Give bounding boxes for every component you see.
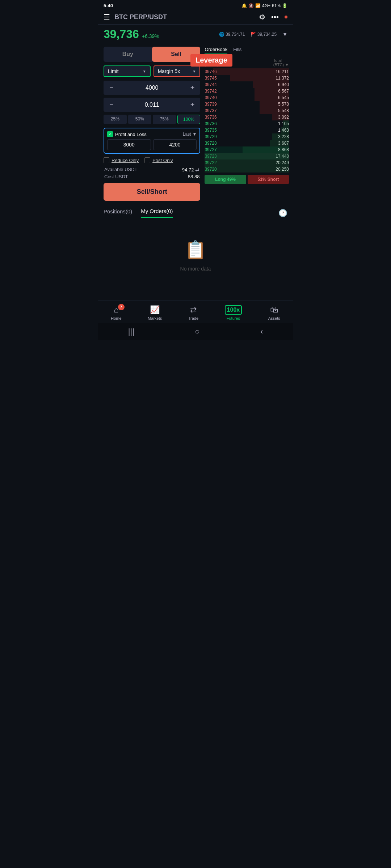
back-button[interactable]: |||: [128, 327, 134, 336]
quantity-minus-button[interactable]: −: [107, 101, 116, 109]
current-price: 39,736: [104, 27, 139, 41]
order-type-select[interactable]: Limit ▼: [104, 65, 151, 77]
sell-short-button[interactable]: Sell/Short: [104, 183, 200, 201]
bids-list: 397361.105 397351.463 397293.228 397283.…: [205, 120, 289, 173]
pnl-inputs: [107, 139, 197, 150]
long-short-bar: Long 49% 51% Short: [205, 175, 289, 184]
chart-settings-icon[interactable]: ⚙: [259, 13, 265, 21]
margin-dropdown-arrow: ▼: [192, 69, 196, 73]
nav-markets[interactable]: 📈 Markets: [148, 305, 162, 320]
tab-buy[interactable]: Buy: [104, 47, 152, 62]
available-label: Available USDT: [104, 167, 138, 173]
reduce-only-checkbox[interactable]: Reduce Only: [104, 157, 139, 163]
long-percentage[interactable]: Long 49%: [205, 175, 246, 184]
asks-list: 3974616.211 3974511.372 397446.940 39742…: [205, 68, 289, 120]
clock-icon: 🕐: [278, 209, 287, 217]
available-value: 94.72 ⇄: [182, 167, 200, 173]
empty-state-icon: 📋: [185, 240, 206, 260]
bottom-nav: ⌂ 7 Home 📈 Markets ⇄ Trade 100x Futures …: [98, 301, 293, 323]
quantity-input[interactable]: [116, 102, 188, 108]
pnl-mode[interactable]: Last ▼: [183, 132, 197, 137]
swap-icon[interactable]: ⇄: [195, 167, 199, 173]
price-input[interactable]: [116, 85, 188, 91]
tab-positions[interactable]: Positions(0): [104, 208, 132, 217]
ask-row: 3974616.211: [205, 68, 289, 75]
nav-trade[interactable]: ⇄ Trade: [188, 305, 198, 320]
trading-pair-quote: /USDT: [147, 13, 167, 21]
nav-assets-label: Assets: [268, 316, 280, 320]
take-profit-input[interactable]: [107, 139, 151, 150]
flag-price: 🚩 39,734.25: [251, 32, 277, 37]
pnl-mode-arrow: ▼: [192, 132, 197, 137]
bid-row: 397293.228: [205, 133, 289, 140]
header-icons: ⚙ •••: [259, 13, 287, 21]
price-plus-button[interactable]: +: [188, 84, 197, 92]
tab-my-orders[interactable]: My Orders(0): [141, 208, 173, 218]
price-right: 🌐 39,734.71 🚩 39,734.25 ▼: [219, 31, 287, 37]
tab-orderbook[interactable]: OrderBook: [205, 47, 227, 54]
ask-row: 397426.567: [205, 88, 289, 94]
nav-trade-label: Trade: [188, 316, 198, 320]
price-minus-button[interactable]: −: [107, 84, 116, 92]
trade-icon: ⇄: [190, 305, 197, 315]
reduce-only-label: Reduce Only: [112, 158, 139, 163]
bid-row: 397351.463: [205, 127, 289, 133]
pct-25[interactable]: 25%: [104, 115, 127, 124]
header-title: BTC PERP/USDT: [114, 13, 167, 21]
leverage-badge[interactable]: Leverage: [190, 54, 232, 67]
header: ☰ BTC PERP/USDT ⚙ •••: [98, 10, 293, 25]
price-row: 39,736 +6.39% 🌐 39,734.71 🚩 39,734.25 ▼: [98, 25, 293, 44]
tab-fills[interactable]: Fills: [233, 47, 241, 54]
pnl-box: ✓ Profit and Loss Last ▼: [104, 128, 200, 154]
battery-icon: 🔋: [282, 3, 287, 8]
ask-row: 397375.548: [205, 107, 289, 114]
short-percentage[interactable]: 51% Short: [248, 175, 289, 184]
history-clock-button[interactable]: 🕐: [278, 209, 287, 217]
battery-text: 61%: [272, 3, 281, 8]
more-options-icon[interactable]: •••: [271, 13, 279, 21]
nav-home[interactable]: ⌂ 7 Home: [111, 305, 121, 320]
pnl-label: Profit and Loss: [115, 132, 147, 137]
nav-assets[interactable]: 🛍 Assets: [268, 305, 280, 320]
empty-state-text: No more data: [180, 266, 211, 272]
nav-markets-label: Markets: [148, 316, 162, 320]
ob-total-header: Total(BTC) ▼: [273, 58, 289, 67]
header-left: ☰ BTC PERP/USDT: [104, 13, 167, 21]
alarm-icon: 🔔: [241, 3, 247, 8]
stop-loss-input[interactable]: [153, 139, 197, 150]
pnl-mode-label: Last: [183, 132, 191, 137]
home-badge: 7: [118, 304, 125, 310]
markets-icon: 📈: [150, 305, 160, 315]
percentage-row: 25% 50% 75% 100%: [104, 115, 200, 124]
menu-icon[interactable]: ☰: [104, 13, 110, 21]
recents-button[interactable]: ‹: [260, 327, 263, 336]
pct-75[interactable]: 75%: [153, 115, 176, 124]
price-input-row: − +: [104, 81, 200, 95]
bid-row: 397361.105: [205, 120, 289, 127]
empty-state: 📋 No more data: [98, 218, 293, 293]
price-dropdown-icon[interactable]: ▼: [282, 31, 287, 37]
cost-value: 88.88: [188, 174, 200, 179]
pct-100[interactable]: 100%: [177, 115, 201, 124]
quantity-plus-button[interactable]: +: [188, 101, 197, 109]
ask-row: 397446.940: [205, 81, 289, 88]
bid-row: 3972020.250: [205, 166, 289, 173]
margin-select[interactable]: Margin 5x ▼: [154, 65, 201, 77]
home-button[interactable]: ○: [195, 327, 199, 336]
quantity-input-row: − +: [104, 98, 200, 112]
pnl-checkbox[interactable]: ✓: [107, 131, 113, 137]
reduce-only-box: [104, 157, 109, 163]
nav-futures[interactable]: 100x Futures: [225, 305, 242, 320]
ask-row: 397363.092: [205, 114, 289, 120]
margin-label: Margin 5x: [158, 68, 180, 74]
nav-home-label: Home: [111, 316, 121, 320]
ask-row: 397395.578: [205, 101, 289, 107]
post-only-checkbox[interactable]: Post Only: [144, 157, 173, 163]
global-price: 🌐 39,734.71: [219, 32, 245, 37]
status-time: 5:40: [104, 3, 113, 8]
post-only-box: [144, 157, 150, 163]
price-main: 39,736 +6.39%: [104, 27, 159, 41]
network-icon: 4G+: [262, 3, 270, 8]
checkboxes-row: Reduce Only Post Only: [104, 157, 200, 163]
pct-50[interactable]: 50%: [128, 115, 151, 124]
